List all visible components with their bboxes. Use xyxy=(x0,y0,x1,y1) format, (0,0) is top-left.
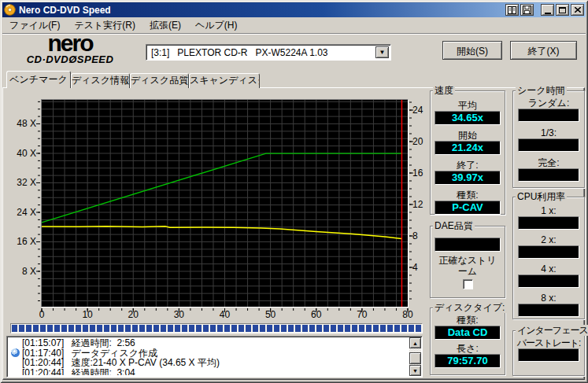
y-right-tick-label: 12 xyxy=(412,199,423,210)
cpu-4x-display xyxy=(518,274,579,288)
seek-full-display xyxy=(518,168,579,182)
disc-kind-display: Data CD xyxy=(435,326,501,340)
burst-rate-display xyxy=(518,348,579,362)
drive-selector[interactable]: [3:1] PLEXTOR CD-R PX-W5224A 1.03 ▼ xyxy=(146,44,391,61)
y-right-tick-label: 20 xyxy=(412,136,423,147)
seek-times-legend: シーク時間 xyxy=(516,85,567,96)
scroll-up-button[interactable]: ▲ xyxy=(409,337,421,348)
cpu-1x-label: 1 x: xyxy=(541,205,556,216)
close-icon xyxy=(575,7,581,13)
test-progress-bar xyxy=(10,323,423,333)
y-left-tick-label: 8 X xyxy=(2,266,38,277)
y-left-tick-label: 48 X xyxy=(2,118,38,129)
drive-selector-value: [3:1] PLEXTOR CD-R PX-W5224A 1.03 xyxy=(151,47,328,58)
speed-type-display: P-CAV xyxy=(435,201,501,215)
tab-disc-info[interactable]: ディスク情報 xyxy=(71,73,130,88)
seek-full-label: 完全: xyxy=(538,157,559,168)
close-button[interactable] xyxy=(571,4,584,16)
minimize-icon xyxy=(545,13,551,14)
cpu-8x-label: 8 x: xyxy=(541,293,556,304)
interface-legend: インターフェース xyxy=(516,325,588,336)
start-button[interactable]: 開始(S) xyxy=(442,41,502,60)
y-left-tick-label: 16 X xyxy=(2,236,38,247)
menu-help[interactable]: ヘルプ(H) xyxy=(188,17,245,35)
x-tick-label: 20 xyxy=(121,309,145,320)
x-tick-label: 30 xyxy=(167,309,190,320)
cpu-usage-legend: CPU利用率 xyxy=(516,191,567,202)
log-entry[interactable]: [01:20:44] 経過時間: 3:04 xyxy=(9,368,409,376)
disc-info-button[interactable] xyxy=(505,4,519,16)
disc-length-label: 長さ: xyxy=(457,343,479,354)
x-tick-label: 60 xyxy=(305,309,328,320)
average-speed-display: 34.65x xyxy=(435,111,501,125)
tab-scandisc[interactable]: スキャンディスク xyxy=(189,73,260,88)
burst-rate-label: バーストレート: xyxy=(517,337,581,348)
accurate-stream-checkbox[interactable] xyxy=(463,279,473,289)
log-listbox[interactable]: [01:15:07] 経過時間: 2:56 [01:17:40] データディスク… xyxy=(6,336,423,377)
nero-logo: nero CD·DVDØSPEED xyxy=(14,33,126,65)
save-icon xyxy=(523,6,531,14)
disc-length-display: 79:57.70 xyxy=(435,354,501,368)
chevron-down-icon: ▼ xyxy=(379,49,386,56)
cpu-4x-label: 4 x: xyxy=(541,263,556,274)
dae-quality-display xyxy=(435,238,501,252)
log-scrollbar[interactable]: ▲ ▼ xyxy=(409,337,421,376)
y-left-tick-label: 32 X xyxy=(2,177,38,188)
log-time: [01:20:44] xyxy=(22,368,64,376)
dae-quality-group: DAE品質 正確なストリーム xyxy=(430,226,505,298)
save-results-button[interactable] xyxy=(520,4,534,16)
end-speed-label: 終了: xyxy=(457,160,478,171)
seek-random-display xyxy=(518,109,579,122)
menu-extra[interactable]: 拡張(E) xyxy=(142,17,188,35)
progress-fill xyxy=(12,325,421,332)
speed-group-legend: 速度 xyxy=(433,85,455,96)
log-icon-slot xyxy=(9,348,22,357)
cpu-1x-display xyxy=(518,216,579,230)
tab-benchmark[interactable]: ベンチマーク xyxy=(6,71,71,88)
cpu-2x-label: 2 x: xyxy=(541,234,556,245)
dae-quality-legend: DAE品質 xyxy=(433,220,475,231)
disc-type-legend: ディスクタイプ: xyxy=(433,302,506,313)
interface-group: インターフェース バーストレート: xyxy=(512,330,585,376)
cpu-8x-display xyxy=(518,304,579,317)
disc-type-group: ディスクタイプ: 種類: Data CD 長さ: 79:57.70 xyxy=(430,308,505,375)
start-speed-display: 21.24x xyxy=(435,141,501,155)
log-entry[interactable]: [01:20:44] 速度:21-40 X P-CAV (34.65 X 平均) xyxy=(9,358,409,368)
y-right-tick-label: 16 xyxy=(412,168,423,179)
x-tick-label: 40 xyxy=(213,309,237,320)
seek-times-group: シーク時間 ランダム: 1/3: 完全: xyxy=(512,90,585,188)
log-text: 速度:21-40 X P-CAV (34.65 X 平均) xyxy=(71,358,220,368)
chart-y-axis-left: 8 X16 X24 X32 X40 X48 X xyxy=(2,100,38,307)
tab-disc-quality[interactable]: ディスク品質 xyxy=(130,73,189,88)
exit-button[interactable]: 終了(X) xyxy=(510,41,577,60)
cd-icon xyxy=(11,348,20,357)
average-speed-label: 平均 xyxy=(458,100,477,111)
drive-selector-dropdown-button[interactable]: ▼ xyxy=(375,46,389,58)
log-time: [01:20:44] xyxy=(22,358,64,368)
chart-plot-area xyxy=(42,100,408,307)
seek-third-display xyxy=(518,138,579,152)
x-tick-label: 0 xyxy=(30,309,54,320)
speed-type-label: 種類: xyxy=(457,190,478,201)
log-entry[interactable]: [01:15:07] 経過時間: 2:56 xyxy=(9,338,409,348)
x-tick-label: 70 xyxy=(350,309,374,320)
speed-group: 速度 平均 34.65x 開始 21.24x 終了: 39.97x 種類: P-… xyxy=(430,90,505,215)
maximize-button[interactable] xyxy=(556,4,569,16)
log-text: 経過時間: 2:56 xyxy=(71,338,135,348)
x-tick-label: 50 xyxy=(259,309,283,320)
y-right-tick-label: 8 xyxy=(412,230,418,241)
cpu-2x-display xyxy=(518,245,579,259)
app-icon xyxy=(4,4,16,16)
x-tick-label: 10 xyxy=(76,309,99,320)
scrollbar-thumb[interactable] xyxy=(409,352,421,364)
minimize-button[interactable] xyxy=(541,4,554,16)
log-time: [01:15:07] xyxy=(22,338,64,348)
titlebar[interactable]: Nero CD-DVD Speed xyxy=(2,2,586,17)
window-title: Nero CD-DVD Speed xyxy=(19,5,504,16)
y-right-tick-label: 24 xyxy=(412,105,423,116)
log-text: 経過時間: 3:04 xyxy=(71,368,135,376)
app-window: Nero CD-DVD Speed ファイル(F) テスト実行(R) 拡張(E) xyxy=(0,0,588,383)
y-left-tick-label: 40 X xyxy=(2,148,38,159)
scroll-down-button[interactable]: ▼ xyxy=(409,365,421,376)
y-right-tick-label: 4 xyxy=(412,262,418,273)
